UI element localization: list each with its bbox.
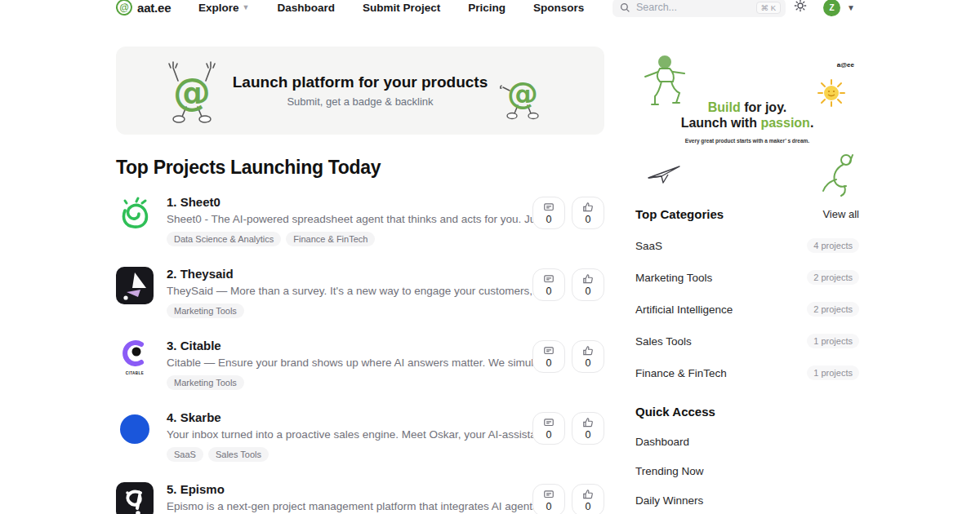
comment-button[interactable]: 0 [532,197,565,229]
hero-subtitle: Submit, get a badge & backlink [233,95,488,108]
tag[interactable]: Marketing Tools [167,304,244,318]
search-input[interactable]: Search... ⌘ K [612,0,786,17]
upvote-button[interactable]: 0 [572,268,604,301]
project-row-sheet0[interactable]: 1. Sheet0 Sheet0 - The AI-powered spread… [116,195,604,246]
upvote-count: 0 [586,286,591,297]
search-placeholder: Search... [636,2,756,13]
project-actions: 0 0 [532,412,604,445]
nav-item-explore[interactable]: Explore ▼ [198,2,249,14]
promo-tagline: Every great product starts with a maker’… [635,138,859,144]
promo-card: a@ee Build for joy. Launch with passion.… [635,49,859,186]
user-avatar[interactable]: Z [823,0,840,16]
svg-text:@: @ [173,70,211,114]
upvote-button[interactable]: 0 [572,412,604,445]
search-shortcut-badge: ⌘ K [756,2,781,14]
tag[interactable]: SaaS [167,447,203,462]
project-row-citable[interactable]: CITABLE 3. Citable Citable — Ensure your… [116,339,604,390]
comment-button[interactable]: 0 [532,484,565,514]
project-title[interactable]: 5. Epismo [167,482,519,496]
upvote-button[interactable]: 0 [572,197,604,229]
project-actions: 0 0 [532,484,604,514]
category-name: SaaS [635,240,662,252]
tag[interactable]: Marketing Tools [167,375,244,390]
nav-item-sponsors[interactable]: Sponsors [533,2,584,14]
promo-passion: passion [760,116,809,130]
tag[interactable]: Finance & FinTech [286,232,375,246]
hero-banner: @ Launch platform for your products Subm… [116,47,604,135]
nav-item-dashboard[interactable]: Dashboard [277,2,335,14]
upvote-count: 0 [586,357,591,369]
project-description: TheySaid — More than a survey. It's a ne… [167,285,519,297]
comment-button[interactable]: 0 [532,340,565,373]
category-count-badge: 1 projects [807,334,859,348]
category-row-saas[interactable]: SaaS 4 projects [635,238,859,253]
project-title[interactable]: 1. Sheet0 [167,195,519,209]
project-title[interactable]: 4. Skarbe [167,410,519,424]
upvote-count: 0 [586,501,591,512]
citable-logo-label: CITABLE [121,371,149,375]
comment-icon [543,202,555,213]
top-categories-title: Top Categories [635,207,724,221]
quick-access-title: Quick Access [635,405,859,419]
category-row-finance-fintech[interactable]: Finance & FinTech 1 projects [635,366,859,380]
project-description: Epismo is a next-gen project management … [167,500,519,512]
project-tags: SaaS Sales Tools [167,447,519,462]
project-description: Your inbox turned into a proactive sales… [167,428,519,441]
project-description: Sheet0 - The AI-powered spreadsheet agen… [167,213,519,225]
quick-access-trending-now[interactable]: Trending Now [635,465,859,477]
site-logo[interactable]: @ aat.ee [116,0,171,16]
tag[interactable]: Sales Tools [208,447,269,462]
thumbs-up-icon [582,202,594,213]
category-row-marketing-tools[interactable]: Marketing Tools 2 projects [635,270,859,285]
view-all-link[interactable]: View all [822,208,859,220]
nav-item-submit-project[interactable]: Submit Project [363,2,440,14]
mascot-at-standing-icon: @ [500,69,547,122]
nav-item-pricing[interactable]: Pricing [468,2,506,14]
category-name: Marketing Tools [635,272,712,284]
project-content: 5. Epismo Epismo is a next-gen project m… [167,482,519,514]
tag[interactable]: Data Science & Analytics [167,232,281,246]
category-name: Sales Tools [635,335,692,348]
category-row-artificial-intelligence[interactable]: Artificial Intelligence 2 projects [635,302,859,317]
project-row-epismo[interactable]: 5. Epismo Epismo is a next-gen project m… [116,482,604,514]
comment-icon [543,489,555,500]
thumbs-up-icon [582,273,594,285]
project-title[interactable]: 2. Theysaid [167,267,519,281]
project-actions: 0 0 [532,268,604,301]
hero-text: Launch platform for your products Submit… [233,73,488,108]
comment-button[interactable]: 0 [532,412,565,445]
sun-doodle-icon [817,78,846,108]
skarbe-logo-icon [116,410,154,448]
project-content: 2. Theysaid TheySaid — More than a surve… [167,267,519,318]
thumbs-up-icon [582,417,594,428]
svg-text:@: @ [507,75,538,111]
project-description: Citable — Ensure your brand shows up whe… [167,357,519,369]
thumbs-up-icon [582,345,594,357]
upvote-count: 0 [586,429,591,441]
theme-toggle-button[interactable] [794,0,807,16]
project-row-skarbe[interactable]: 4. Skarbe Your inbox turned into a proac… [116,410,604,462]
sheet0-logo-icon [116,195,154,233]
comment-count: 0 [546,286,552,297]
main-nav: Explore ▼ Dashboard Submit Project Prici… [198,2,584,14]
epismo-logo-icon [116,482,154,514]
logo-text: aat.ee [137,1,171,15]
project-tags: Marketing Tools [167,304,519,318]
promo-launch-with: Launch with [681,116,761,130]
quick-access-daily-winners[interactable]: Daily Winners [635,494,859,507]
main-content: @ Launch platform for your products Subm… [116,47,604,514]
upvote-button[interactable]: 0 [572,484,604,514]
comment-button[interactable]: 0 [532,268,565,301]
category-name: Finance & FinTech [635,367,727,379]
quick-access-dashboard[interactable]: Dashboard [635,436,859,448]
project-tags: Data Science & Analytics Finance & FinTe… [167,232,519,246]
comment-count: 0 [546,501,552,512]
theysaid-logo-icon [116,267,154,304]
nav-label: Explore [198,2,239,14]
project-title[interactable]: 3. Citable [167,339,519,352]
promo-period: . [810,116,813,130]
user-menu-chevron-icon[interactable]: ▼ [847,3,855,12]
category-row-sales-tools[interactable]: Sales Tools 1 projects [635,334,859,348]
upvote-button[interactable]: 0 [572,340,604,373]
project-row-theysaid[interactable]: 2. Theysaid TheySaid — More than a surve… [116,267,604,318]
